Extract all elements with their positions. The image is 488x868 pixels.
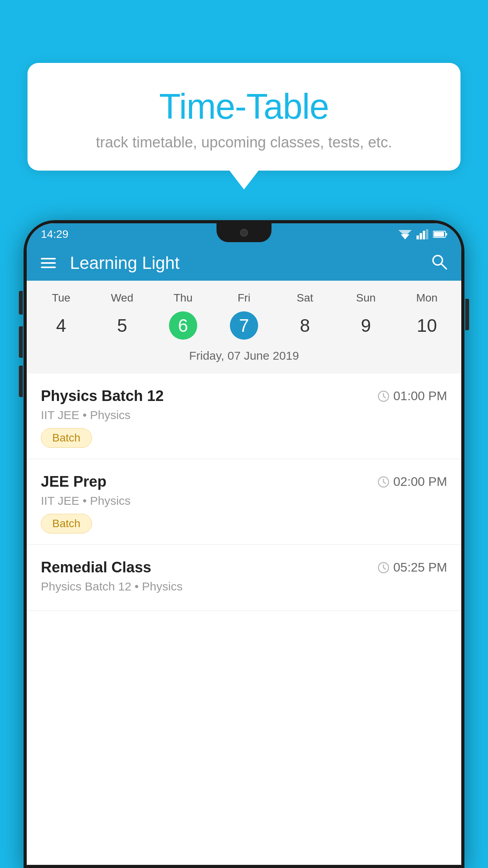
day-numbers-row: 4 5 6 7 8 9 10 bbox=[27, 307, 461, 344]
day-8[interactable]: 8 bbox=[275, 311, 336, 340]
status-icons bbox=[398, 229, 447, 239]
schedule-item-2[interactable]: JEE Prep 02:00 PM IIT JEE • Physics Batc… bbox=[27, 459, 461, 545]
day-name-fri: Fri bbox=[213, 289, 274, 307]
schedule-item-3-meta: Physics Batch 12 • Physics bbox=[41, 580, 447, 593]
phone-silent-button bbox=[19, 366, 23, 397]
svg-marker-1 bbox=[398, 230, 412, 236]
wifi-icon bbox=[398, 229, 412, 239]
hamburger-line bbox=[41, 262, 56, 264]
schedule-list: Physics Batch 12 01:00 PM IIT JEE • Phys… bbox=[27, 373, 461, 611]
time-text-2: 02:00 PM bbox=[393, 474, 447, 489]
clock-icon bbox=[378, 390, 389, 402]
phone-notch bbox=[216, 223, 272, 242]
search-button[interactable] bbox=[431, 253, 447, 273]
day-7-selected[interactable]: 7 bbox=[213, 307, 274, 344]
svg-rect-3 bbox=[420, 233, 422, 239]
app-title: Learning Light bbox=[70, 253, 431, 273]
svg-rect-4 bbox=[423, 231, 425, 239]
app-bar: Learning Light bbox=[27, 245, 461, 281]
schedule-item-3[interactable]: Remedial Class 05:25 PM Physics Batch 12… bbox=[27, 545, 461, 611]
hamburger-line bbox=[41, 258, 56, 259]
phone-frame: 14:29 bbox=[24, 220, 464, 868]
schedule-item-1-title: Physics Batch 12 bbox=[41, 388, 164, 405]
battery-icon bbox=[433, 230, 447, 238]
day-names-row: Tue Wed Thu Fri Sat Sun Mon bbox=[27, 289, 461, 307]
calendar-strip: Tue Wed Thu Fri Sat Sun Mon 4 5 6 7 8 9 … bbox=[27, 281, 461, 373]
front-camera bbox=[240, 229, 248, 237]
svg-rect-7 bbox=[446, 233, 447, 235]
day-10[interactable]: 10 bbox=[396, 311, 457, 340]
clock-icon-2 bbox=[378, 476, 389, 488]
signal-icon bbox=[416, 229, 428, 239]
tooltip-subtitle: track timetable, upcoming classes, tests… bbox=[51, 134, 437, 151]
status-time: 14:29 bbox=[41, 228, 68, 241]
svg-line-13 bbox=[383, 396, 385, 398]
time-text-1: 01:00 PM bbox=[393, 389, 447, 403]
day-name-wed: Wed bbox=[92, 289, 152, 307]
schedule-item-3-title: Remedial Class bbox=[41, 559, 151, 576]
day-name-mon: Mon bbox=[396, 289, 457, 307]
svg-rect-8 bbox=[434, 232, 444, 237]
schedule-item-1-header: Physics Batch 12 01:00 PM bbox=[41, 388, 447, 405]
day-5[interactable]: 5 bbox=[92, 311, 152, 340]
hamburger-line bbox=[41, 267, 56, 268]
svg-line-10 bbox=[441, 264, 446, 269]
schedule-item-1[interactable]: Physics Batch 12 01:00 PM IIT JEE • Phys… bbox=[27, 373, 461, 459]
tooltip-title: Time-Table bbox=[51, 86, 437, 127]
svg-line-16 bbox=[383, 482, 385, 484]
day-name-tue: Tue bbox=[31, 289, 92, 307]
phone-volume-up-button bbox=[19, 291, 23, 314]
phone-power-button bbox=[465, 299, 469, 330]
day-4[interactable]: 4 bbox=[31, 311, 92, 340]
schedule-item-2-time: 02:00 PM bbox=[378, 474, 447, 489]
schedule-item-2-title: JEE Prep bbox=[41, 473, 106, 490]
schedule-item-1-time: 01:00 PM bbox=[378, 389, 447, 403]
day-name-sat: Sat bbox=[275, 289, 336, 307]
phone-screen: 14:29 bbox=[27, 223, 461, 865]
day-name-sun: Sun bbox=[336, 289, 396, 307]
schedule-item-2-header: JEE Prep 02:00 PM bbox=[41, 473, 447, 490]
schedule-item-3-header: Remedial Class 05:25 PM bbox=[41, 559, 447, 576]
selected-date-label: Friday, 07 June 2019 bbox=[27, 344, 461, 370]
day-name-thu: Thu bbox=[152, 289, 213, 307]
day-9[interactable]: 9 bbox=[336, 311, 396, 340]
badge-batch-1: Batch bbox=[41, 428, 92, 448]
day-6-today[interactable]: 6 bbox=[152, 307, 213, 344]
badge-batch-2: Batch bbox=[41, 514, 92, 533]
hamburger-menu-icon[interactable] bbox=[41, 258, 56, 268]
schedule-item-2-meta: IIT JEE • Physics bbox=[41, 494, 447, 508]
tooltip-card: Time-Table track timetable, upcoming cla… bbox=[28, 63, 460, 171]
time-text-3: 05:25 PM bbox=[393, 560, 447, 575]
schedule-item-1-meta: IIT JEE • Physics bbox=[41, 408, 447, 422]
svg-line-19 bbox=[383, 568, 385, 569]
svg-rect-5 bbox=[426, 229, 428, 239]
phone-volume-down-button bbox=[19, 326, 23, 358]
schedule-item-3-time: 05:25 PM bbox=[378, 560, 447, 575]
svg-rect-2 bbox=[416, 235, 419, 239]
clock-icon-3 bbox=[378, 562, 389, 574]
